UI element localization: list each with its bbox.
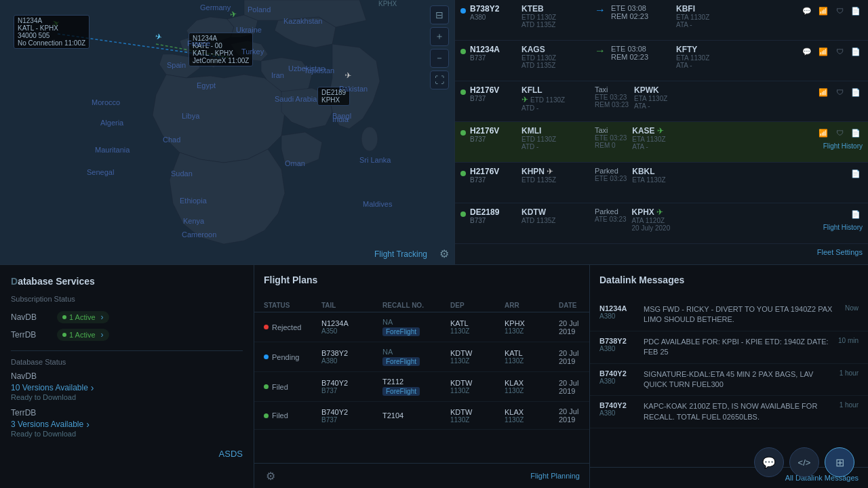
navdb-versions-link[interactable]: 10 Versions Available › — [11, 382, 243, 393]
dl-type: A380 — [599, 312, 637, 320]
shield-icon[interactable]: 🛡 — [833, 4, 846, 18]
fp-arr-time: 1130Z — [505, 327, 559, 335]
fp-recall-num: T2104 — [382, 411, 450, 420]
tail-type: B737 — [470, 176, 517, 184]
shield-icon[interactable]: 🛡 — [833, 45, 846, 58]
terrdb-arrow-icon: › — [86, 419, 90, 430]
fp-row[interactable]: Filed B740Y2 B737 T2104 KDTW 1130Z KLAX … — [254, 402, 589, 430]
dep-airport: KDTW — [521, 207, 589, 217]
zoom-out-btn[interactable]: － — [430, 49, 449, 68]
navdb-active-badge[interactable]: 1 Active › — [57, 311, 109, 323]
wifi-icon[interactable]: 📶 — [816, 85, 830, 99]
flight-planning-link[interactable]: Flight Planning — [530, 472, 580, 480]
fullscreen-btn[interactable]: ⛶ — [430, 70, 449, 89]
flight-history-link-2[interactable]: Flight History — [823, 224, 863, 231]
msg-icon[interactable]: 💬 — [800, 45, 814, 58]
dep-etd: ETD 1130Z — [521, 136, 589, 143]
arr-eta: ETA 1130Z — [632, 176, 700, 184]
terrdb-ready-text: Ready to Download — [11, 430, 243, 438]
fp-recall-badge: ForeFlight — [382, 327, 420, 336]
fp-row[interactable]: Filed B740Y2 B737 T2112 ForeFlight KDTW … — [254, 372, 589, 402]
plane-parked-icon: ✈ — [547, 167, 553, 176]
datalink-title: Datalink Messages — [599, 274, 859, 285]
parked-status: Parked — [595, 207, 627, 216]
msg-icon[interactable]: 💬 — [800, 4, 814, 18]
chat-fab-btn[interactable]: 💬 — [754, 447, 784, 477]
plane-landed-icon: ✈ — [656, 207, 663, 217]
fp-dep-time: 1130Z — [450, 387, 505, 394]
terrdb-status-item: TerrDB 3 Versions Available › Ready to D… — [11, 408, 243, 438]
zoom-in-btn[interactable]: ＋ — [430, 27, 449, 46]
navdb-ready-text: Ready to Download — [11, 393, 243, 401]
dep-atd: ATD 1135Z — [521, 21, 589, 28]
ete: ETE 03:23 — [595, 134, 627, 142]
status-dot — [460, 8, 466, 14]
navdb-sub-item: NavDB 1 Active › — [11, 308, 243, 326]
flight-list-panel: B738Y2 A380 KTEB ETD 1130Z ATD 1135Z → E… — [454, 0, 868, 264]
flight-history-link[interactable]: Flight History — [823, 142, 863, 150]
dep-atd: ATD - — [521, 143, 589, 150]
wifi-icon[interactable]: 📶 — [816, 4, 830, 18]
fp-recall-badge: ForeFlight — [382, 357, 420, 366]
status-dot — [460, 171, 466, 176]
flight-row[interactable]: B738Y2 A380 KTEB ETD 1130Z ATD 1135Z → E… — [455, 0, 868, 41]
file-icon[interactable]: 📄 — [849, 4, 863, 18]
wifi-icon[interactable]: 📶 — [816, 45, 830, 58]
map-gear-btn[interactable]: ⚙ — [439, 247, 449, 260]
flight-row[interactable]: H2176V B737 KHPN ✈ ETD 1135Z Parked ETE … — [455, 163, 868, 203]
terrdb-versions-link[interactable]: 3 Versions Available › — [11, 419, 243, 430]
dl-message-item[interactable]: B740Y2 A380 SIGNATURE-KDAL:ETA 45 MIN 2 … — [590, 364, 868, 396]
ate: ATE 03:23 — [595, 216, 627, 223]
status-rejected-dot — [264, 325, 269, 329]
file-icon[interactable]: 📄 — [849, 85, 863, 99]
arr-eta: ATA 1120Z — [632, 217, 700, 224]
tail-type: A380 — [470, 14, 517, 21]
ete: ETE 03:08 — [611, 45, 672, 53]
wifi-icon[interactable]: 📶 — [816, 126, 830, 140]
fp-tail-type: A350 — [321, 327, 382, 335]
file-icon[interactable]: 📄 — [849, 126, 863, 140]
flight-row[interactable]: H2176V B737 KMLI ETD 1130Z ATD - Taxi ET… — [455, 122, 868, 163]
fp-settings-icon[interactable]: ⚙ — [264, 469, 277, 483]
flight-row[interactable]: N1234A B737 KAGS ETD 1130Z ATD 1135Z → E… — [455, 41, 868, 81]
shield-icon[interactable]: 🛡 — [833, 126, 846, 140]
datalink-list: N1234A A380 MSG FWD - RICKY - DIVERT TO … — [590, 299, 868, 467]
fp-row[interactable]: Pending B738Y2 A380 NA ForeFlight KDTW 1… — [254, 342, 589, 372]
file-icon[interactable]: 📄 — [849, 207, 863, 221]
fp-arr: KLAX — [505, 379, 559, 387]
flight-tracking-link[interactable]: Flight Tracking — [374, 249, 427, 259]
arr-airport: KFTY — [676, 45, 744, 54]
dl-message-item[interactable]: B740Y2 A380 KAPC-KOAK 2100Z ETD, IS NOW … — [590, 396, 868, 428]
fp-recall-num: T2112 — [382, 378, 450, 386]
grid-fab-btn[interactable]: ⊞ — [825, 447, 854, 477]
code-fab-btn[interactable]: </> — [789, 447, 819, 477]
dl-time: Now — [845, 304, 859, 325]
terrdb-label: TerrDB — [11, 330, 52, 340]
tail-type: B737 — [470, 136, 517, 143]
shield-icon[interactable]: 🛡 — [833, 85, 846, 99]
arr-airport: KPWK — [634, 85, 702, 95]
ete: ETE 03:23 — [595, 94, 629, 101]
collapse-map-btn[interactable]: ⊟ — [430, 5, 449, 24]
db-status-label: Database Status — [11, 358, 243, 366]
svg-text:✈: ✈ — [344, 70, 352, 81]
dep-etd: ETD 1130Z — [530, 96, 565, 104]
rem: REM 0 — [595, 142, 627, 149]
status-filed-text: Filed — [272, 411, 288, 420]
dl-message-item[interactable]: B738Y2 A380 PDC AVAILABLE FOR: KPBI - KP… — [590, 331, 868, 364]
flight-row[interactable]: DE2189 B737 KDTW ATD 1135Z Parked ATE 03… — [455, 203, 868, 244]
fp-row[interactable]: Rejected N1234A A350 NA ForeFlight KATL … — [254, 312, 589, 342]
fp-dep: KDTW — [450, 408, 505, 416]
arr-eta: ETA 1130Z — [634, 95, 702, 102]
dl-time: 1 hour — [840, 369, 859, 390]
asds-link[interactable]: ASDS — [11, 449, 243, 459]
dl-msg-text: PDC AVAILABLE FOR: KPBI - KPIE ETD: 1940… — [644, 337, 831, 358]
arr-eta: ETA 1130Z — [632, 136, 700, 143]
dl-message-item[interactable]: N1234A A380 MSG FWD - RICKY - DIVERT TO … — [590, 299, 868, 331]
fleet-settings-link[interactable]: Fleet Settings — [455, 244, 868, 260]
file-icon[interactable]: 📄 — [849, 45, 863, 58]
flight-row[interactable]: H2176V B737 KFLL ✈ ETD 1130Z ATD - Taxi … — [455, 81, 868, 122]
file-icon[interactable]: 📄 — [849, 167, 863, 180]
terrdb-active-badge[interactable]: 1 Active › — [57, 329, 109, 341]
ete: ETE 03:08 — [611, 4, 672, 12]
